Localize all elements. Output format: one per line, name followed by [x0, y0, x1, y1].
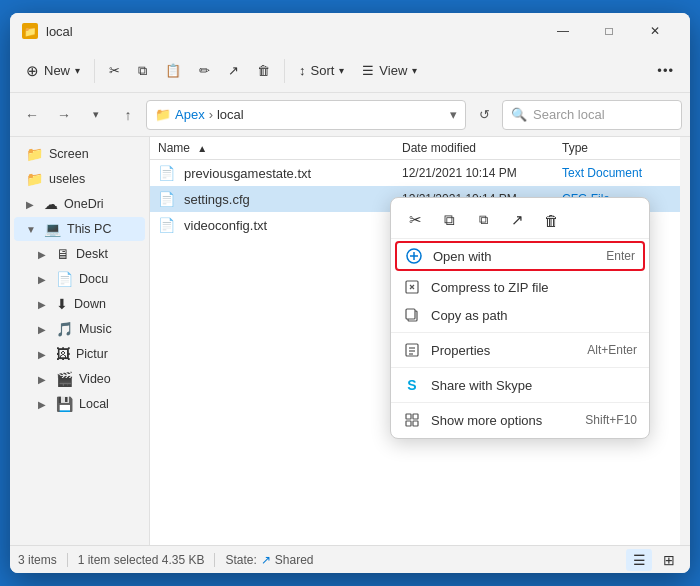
sidebar-item-desktop[interactable]: ▶ 🖥 Deskt — [14, 242, 145, 266]
sort-button[interactable]: ↕ Sort ▾ — [291, 55, 352, 87]
address-dropdown-icon[interactable]: ▾ — [450, 107, 457, 122]
view-grid-button[interactable]: ⊞ — [656, 549, 682, 571]
breadcrumb-local[interactable]: local — [217, 107, 244, 122]
scrollbar[interactable] — [680, 137, 690, 545]
copy-button[interactable]: ⧉ — [130, 55, 155, 87]
delete-icon: 🗑 — [257, 63, 270, 78]
svg-rect-10 — [406, 421, 411, 426]
ctx-paste-button[interactable]: ⧉ — [467, 206, 499, 234]
svg-rect-3 — [406, 309, 415, 319]
more-icon: ••• — [657, 63, 674, 78]
file-row-previousgamestate[interactable]: 📄 previousgamestate.txt 12/21/2021 10:14… — [150, 160, 680, 186]
main-content: 📁 Screen 📁 useles ▶ ☁ OneDri ▼ 💻 This PC… — [10, 137, 690, 545]
sidebar-item-downloads[interactable]: ▶ ⬇ Down — [14, 292, 145, 316]
close-button[interactable]: ✕ — [632, 15, 678, 47]
breadcrumb-apex[interactable]: Apex — [175, 107, 205, 122]
file-list: Name ▲ Date modified Type 📄 previousgame… — [150, 137, 680, 545]
ctx-properties-label: Properties — [431, 343, 577, 358]
maximize-button[interactable]: □ — [586, 15, 632, 47]
properties-icon — [403, 342, 421, 358]
sidebar-item-pictures[interactable]: ▶ 🖼 Pictur — [14, 342, 145, 366]
more-options-icon — [403, 412, 421, 428]
ctx-copy-path[interactable]: Copy as path — [391, 301, 649, 329]
state-value: Shared — [275, 553, 314, 567]
ctx-delete-button[interactable]: 🗑 — [535, 206, 567, 234]
breadcrumb-sep1: › — [209, 107, 213, 122]
up-button[interactable]: ↑ — [114, 101, 142, 129]
sort-label: Sort — [311, 63, 335, 78]
paste-icon: ⧉ — [479, 212, 488, 228]
rename-icon: ✏ — [199, 63, 210, 78]
ctx-properties[interactable]: Properties Alt+Enter — [391, 336, 649, 364]
pictures-icon: 🖼 — [56, 346, 70, 362]
share-button[interactable]: ↗ — [220, 55, 247, 87]
ctx-more-options[interactable]: Show more options Shift+F10 — [391, 406, 649, 434]
minimize-button[interactable]: — — [540, 15, 586, 47]
expand-icon: ▶ — [38, 249, 50, 260]
skype-icon: S — [403, 377, 421, 393]
new-label: New — [44, 63, 70, 78]
desktop-icon: 🖥 — [56, 246, 70, 262]
addressbar: ← → ▾ ↑ 📁 Apex › local ▾ ↺ 🔍 Search loca… — [10, 93, 690, 137]
sidebar-item-music[interactable]: ▶ 🎵 Music — [14, 317, 145, 341]
recent-button[interactable]: ▾ — [82, 101, 110, 129]
file-icon: 📄 — [158, 165, 178, 181]
sidebar-item-label: Docu — [79, 272, 108, 286]
col-date-header[interactable]: Date modified — [402, 141, 562, 155]
ctx-properties-shortcut: Alt+Enter — [587, 343, 637, 357]
search-box[interactable]: 🔍 Search local — [502, 100, 682, 130]
ctx-copy-button[interactable]: ⧉ — [433, 206, 465, 234]
col-name-header[interactable]: Name ▲ — [158, 141, 402, 155]
sidebar-item-onedrive[interactable]: ▶ ☁ OneDri — [14, 192, 145, 216]
sidebar-item-screen[interactable]: 📁 Screen — [14, 142, 145, 166]
cut-button[interactable]: ✂ — [101, 55, 128, 87]
sidebar-item-label: Pictur — [76, 347, 108, 361]
more-options-button[interactable]: ••• — [649, 55, 682, 87]
cut-icon: ✂ — [109, 63, 120, 78]
sidebar-item-documents[interactable]: ▶ 📄 Docu — [14, 267, 145, 291]
expand-icon: ▶ — [38, 274, 50, 285]
downloads-icon: ⬇ — [56, 296, 68, 312]
ctx-copy-path-label: Copy as path — [431, 308, 637, 323]
back-button[interactable]: ← — [18, 101, 46, 129]
ctx-open-with-shortcut: Enter — [606, 249, 635, 263]
rename-button[interactable]: ✏ — [191, 55, 218, 87]
ctx-separator-1 — [391, 332, 649, 333]
ctx-cut-button[interactable]: ✂ — [399, 206, 431, 234]
toolbar-separator-1 — [94, 59, 95, 83]
refresh-button[interactable]: ↺ — [470, 101, 498, 129]
address-path[interactable]: 📁 Apex › local ▾ — [146, 100, 466, 130]
ctx-more-options-shortcut: Shift+F10 — [585, 413, 637, 427]
open-with-icon — [405, 248, 423, 264]
delete-button[interactable]: 🗑 — [249, 55, 278, 87]
context-menu: ✂ ⧉ ⧉ ↗ 🗑 — [390, 197, 650, 439]
expand-icon: ▶ — [38, 399, 50, 410]
file-icon: 📄 — [158, 217, 178, 233]
col-type-header[interactable]: Type — [562, 141, 672, 155]
ctx-share-button[interactable]: ↗ — [501, 206, 533, 234]
sidebar-item-label: Local — [79, 397, 109, 411]
sidebar-item-thispc[interactable]: ▼ 💻 This PC — [14, 217, 145, 241]
expand-icon: ▶ — [38, 374, 50, 385]
ctx-open-with[interactable]: Open with Enter — [395, 241, 645, 271]
paste-button[interactable]: 📋 — [157, 55, 189, 87]
ctx-share-skype[interactable]: S Share with Skype — [391, 371, 649, 399]
sidebar-item-useless[interactable]: 📁 useles — [14, 167, 145, 191]
search-placeholder: Search local — [533, 107, 605, 122]
forward-button[interactable]: → — [50, 101, 78, 129]
view-button[interactable]: ☰ View ▾ — [354, 55, 425, 87]
titlebar-folder-icon: 📁 — [22, 23, 38, 39]
sidebar-item-videos[interactable]: ▶ 🎬 Video — [14, 367, 145, 391]
view-list-button[interactable]: ☰ — [626, 549, 652, 571]
file-list-header: Name ▲ Date modified Type — [150, 137, 680, 160]
sidebar-item-label: Screen — [49, 147, 89, 161]
compress-icon — [403, 279, 421, 295]
documents-icon: 📄 — [56, 271, 73, 287]
sidebar-item-local[interactable]: ▶ 💾 Local — [14, 392, 145, 416]
ctx-compress[interactable]: Compress to ZIP file — [391, 273, 649, 301]
new-button[interactable]: ⊕ New ▾ — [18, 55, 88, 87]
sort-icon: ↕ — [299, 63, 306, 78]
new-icon: ⊕ — [26, 62, 39, 80]
folder-icon: 📁 — [26, 146, 43, 162]
ctx-share-skype-label: Share with Skype — [431, 378, 637, 393]
